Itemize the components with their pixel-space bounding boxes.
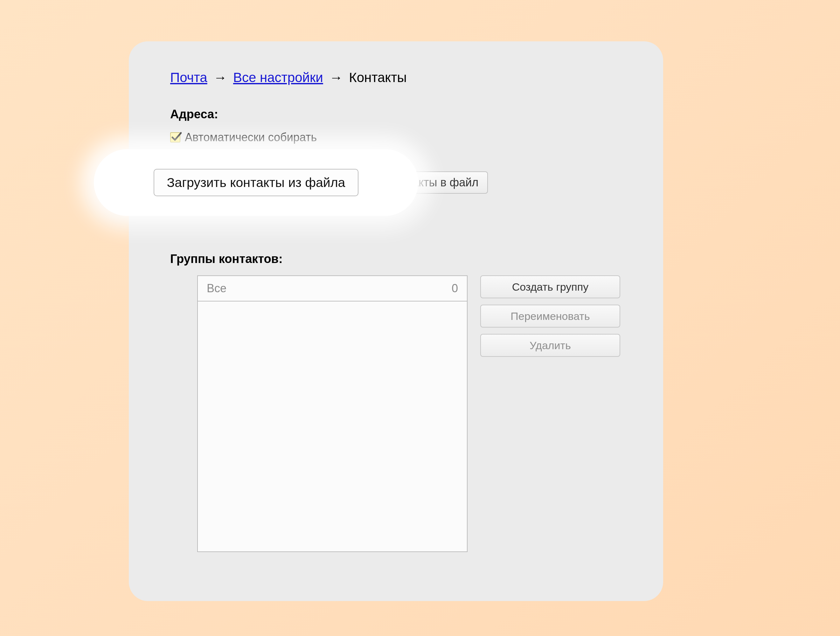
group-all-count: 0 bbox=[452, 282, 458, 295]
rename-group-label: Переименовать bbox=[510, 310, 590, 322]
contact-groups-label: Группы контактов: bbox=[170, 252, 638, 266]
contact-groups-layout: Все 0 Создать группу Переименовать Удали… bbox=[170, 275, 638, 552]
load-contacts-button[interactable]: Загрузить контакты из файла bbox=[154, 169, 359, 196]
group-list-item-all[interactable]: Все 0 bbox=[198, 276, 467, 301]
contact-groups-section: Группы контактов: Все 0 Создать группу П… bbox=[170, 252, 638, 552]
highlight-pill: Загрузить контакты из файла bbox=[94, 149, 418, 216]
breadcrumb-all-settings-link[interactable]: Все настройки bbox=[233, 70, 323, 85]
group-all-label: Все bbox=[207, 282, 226, 295]
action-row: ь контакты в файл Загрузить контакты из … bbox=[170, 157, 638, 214]
create-group-button[interactable]: Создать группу bbox=[480, 275, 620, 298]
group-buttons: Создать группу Переименовать Удалить bbox=[480, 275, 620, 552]
addresses-label: Адреса: bbox=[170, 107, 638, 121]
group-list: Все 0 bbox=[197, 275, 467, 552]
create-group-label: Создать группу bbox=[512, 281, 588, 293]
delete-group-button[interactable]: Удалить bbox=[480, 334, 620, 357]
breadcrumb-sep-1: → bbox=[213, 70, 227, 85]
auto-collect-checkbox[interactable] bbox=[170, 132, 180, 142]
breadcrumb: Почта → Все настройки → Контакты bbox=[170, 70, 638, 85]
breadcrumb-current: Контакты bbox=[349, 70, 406, 85]
auto-collect-row: Автоматически собирать bbox=[170, 131, 638, 144]
load-contacts-label: Загрузить контакты из файла bbox=[167, 175, 346, 190]
rename-group-button[interactable]: Переименовать bbox=[480, 305, 620, 328]
delete-group-label: Удалить bbox=[530, 339, 571, 352]
breadcrumb-mail-link[interactable]: Почта bbox=[170, 70, 207, 85]
auto-collect-label: Автоматически собирать bbox=[185, 131, 317, 144]
breadcrumb-sep-2: → bbox=[330, 70, 343, 85]
settings-panel: Почта → Все настройки → Контакты Адреса:… bbox=[129, 41, 663, 601]
